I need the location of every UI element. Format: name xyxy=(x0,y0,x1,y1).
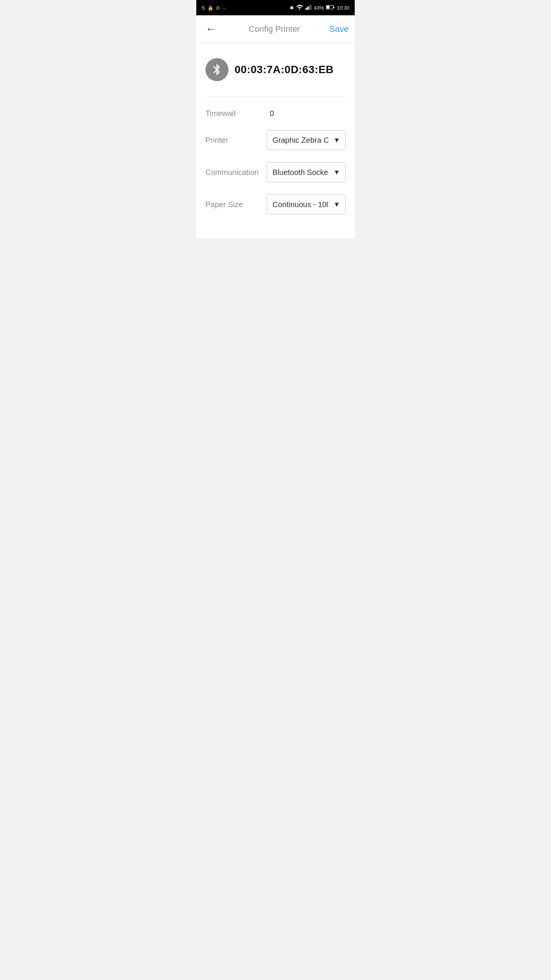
communication-label: Communication xyxy=(205,168,267,177)
status-left-icons: S 🔒 ⊙ ··· xyxy=(202,5,227,11)
back-button[interactable]: ← xyxy=(202,20,219,38)
timewait-label: Timewait xyxy=(205,109,267,118)
circle-icon: ⊙ xyxy=(216,5,220,11)
divider-1 xyxy=(205,96,346,97)
communication-select-wrapper: Bluetooth Socket Wi-Fi USB ▼ xyxy=(267,162,346,182)
printer-select[interactable]: Graphic Zebra CPL Zebra ZPL Generic xyxy=(267,130,346,150)
printer-label: Printer xyxy=(205,136,267,145)
paper-size-label: Paper Size xyxy=(205,200,267,209)
paper-size-select-wrapper: Continuous - 100 Continuous - 80 4x6 Lab… xyxy=(267,194,346,214)
content-area: 00:03:7A:0D:63:EB Timewait 0 Printer Gra… xyxy=(196,43,355,238)
wifi-icon xyxy=(296,5,303,11)
s-icon: S xyxy=(202,5,205,11)
paper-size-row: Paper Size Continuous - 100 Continuous -… xyxy=(205,194,346,214)
svg-rect-0 xyxy=(305,8,306,10)
signal-icon xyxy=(305,5,311,11)
printer-select-wrapper: Graphic Zebra CPL Zebra ZPL Generic ▼ xyxy=(267,130,346,150)
svg-rect-2 xyxy=(308,6,309,10)
battery-text: 43% xyxy=(314,5,324,11)
status-bar: S 🔒 ⊙ ··· ✱ 43% xyxy=(196,0,355,15)
svg-rect-6 xyxy=(334,6,334,8)
communication-row: Communication Bluetooth Socket Wi-Fi USB… xyxy=(205,162,346,182)
svg-rect-4 xyxy=(311,5,312,10)
save-button[interactable]: Save xyxy=(329,24,349,34)
communication-select[interactable]: Bluetooth Socket Wi-Fi USB xyxy=(267,162,346,182)
timewait-row: Timewait 0 xyxy=(205,109,346,118)
paper-size-select[interactable]: Continuous - 100 Continuous - 80 4x6 Lab… xyxy=(267,194,346,214)
battery-icon xyxy=(326,5,334,11)
device-header: 00:03:7A:0D:63:EB xyxy=(205,58,346,81)
page-title: Config Printer xyxy=(249,24,300,34)
bluetooth-status-icon: ✱ xyxy=(290,5,294,11)
bluetooth-icon-circle xyxy=(205,58,228,81)
svg-rect-3 xyxy=(309,5,310,10)
bluetooth-icon xyxy=(210,63,223,76)
app-bar: ← Config Printer Save xyxy=(196,15,355,43)
svg-rect-1 xyxy=(307,7,308,10)
printer-row: Printer Graphic Zebra CPL Zebra ZPL Gene… xyxy=(205,130,346,150)
svg-rect-7 xyxy=(327,6,330,8)
more-icon: ··· xyxy=(222,5,227,11)
device-address: 00:03:7A:0D:63:EB xyxy=(235,64,334,76)
lock-icon: 🔒 xyxy=(207,5,214,11)
timewait-value: 0 xyxy=(270,109,274,118)
status-right-icons: ✱ 43% 10:30 xyxy=(290,5,349,11)
time-display: 10:30 xyxy=(337,5,349,11)
